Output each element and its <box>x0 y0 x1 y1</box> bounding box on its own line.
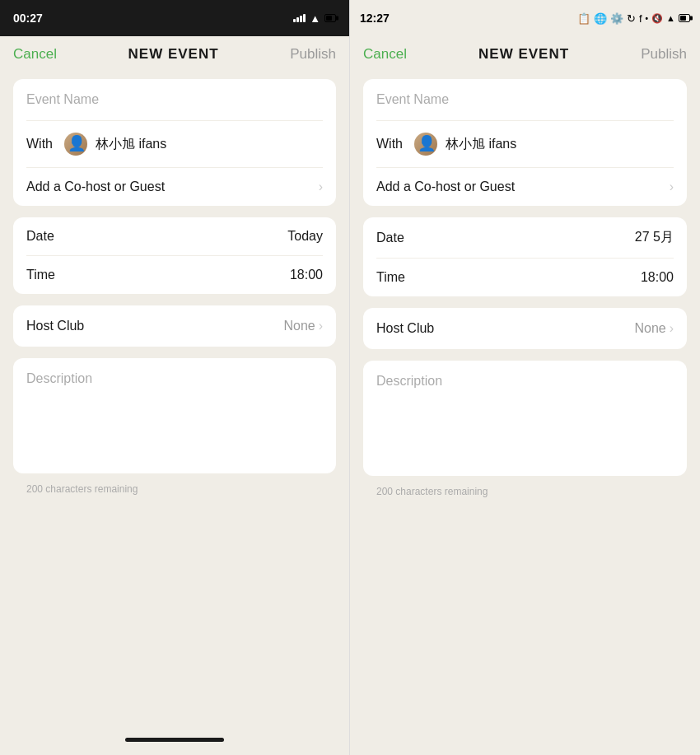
left-host-club-card[interactable]: Host Club None › <box>13 305 336 347</box>
phone-left: 00:27 ▲ Cancel NEW EVENT Publish Event N… <box>0 0 350 755</box>
right-host-club-label: Host Club <box>376 321 434 336</box>
left-cancel-button[interactable]: Cancel <box>13 46 57 63</box>
right-event-name-input[interactable]: Event Name <box>363 79 687 120</box>
right-content: Event Name With 林小旭 ifans Add a Co-host … <box>350 72 700 755</box>
right-description-placeholder: Description <box>376 374 674 389</box>
left-event-name-input[interactable]: Event Name <box>13 79 336 120</box>
right-mute-icon: 🔇 <box>651 13 663 24</box>
left-avatar <box>64 133 87 156</box>
right-icon-5: f <box>639 12 642 25</box>
left-cohost-row[interactable]: Add a Co-host or Guest › <box>13 168 336 206</box>
right-avatar <box>414 133 437 156</box>
right-with-row: With 林小旭 ifans <box>363 121 687 167</box>
wifi-icon: ▲ <box>310 12 320 25</box>
left-cohost-chevron: › <box>319 179 323 194</box>
right-host-club-row: Host Club None › <box>363 308 687 349</box>
left-time-value: 18:00 <box>290 268 323 282</box>
left-event-card: Event Name With 林小旭 ifans Add a Co-host … <box>13 79 336 206</box>
left-content: Event Name With 林小旭 ifans Add a Co-host … <box>0 72 349 731</box>
right-time-label: Time <box>376 270 405 285</box>
left-nav-bar: Cancel NEW EVENT Publish <box>0 36 349 72</box>
left-status-icons: ▲ <box>293 12 336 25</box>
left-char-count: 200 characters remaining <box>13 480 336 501</box>
right-wifi-icon: ▲ <box>666 13 675 23</box>
left-page-title: NEW EVENT <box>128 46 219 63</box>
left-publish-button[interactable]: Publish <box>290 46 336 63</box>
left-host-club-value: None › <box>283 319 323 333</box>
left-description-placeholder: Description <box>26 371 323 386</box>
right-date-value: 27 5月 <box>635 229 674 246</box>
left-description-card[interactable]: Description <box>13 358 336 473</box>
left-user-name: 林小旭 ifans <box>96 136 166 153</box>
right-time-row[interactable]: Time 18:00 <box>363 259 687 296</box>
right-date-row[interactable]: Date 27 5月 <box>363 217 687 258</box>
left-datetime-card: Date Today Time 18:00 <box>13 217 336 294</box>
right-datetime-card: Date 27 5月 Time 18:00 <box>363 217 687 296</box>
right-dot-icon: • <box>646 14 649 23</box>
left-with-label: With <box>26 137 53 151</box>
right-status-icons: 📋 🌐 ⚙️ ↻ f • 🔇 ▲ <box>577 12 690 25</box>
left-with-row: With 林小旭 ifans <box>13 121 336 167</box>
right-user-name: 林小旭 ifans <box>446 136 516 153</box>
right-host-club-value: None › <box>634 321 674 336</box>
phone-right: 12:27 📋 🌐 ⚙️ ↻ f • 🔇 ▲ Cancel NEW EVENT … <box>350 0 700 755</box>
left-time-label: Time <box>26 268 55 282</box>
right-cohost-chevron: › <box>670 179 674 194</box>
left-time-row[interactable]: Time 18:00 <box>13 256 336 294</box>
status-bar-left: 00:27 ▲ <box>0 0 349 36</box>
right-cohost-label: Add a Co-host or Guest <box>376 179 515 194</box>
right-cancel-button[interactable]: Cancel <box>363 46 407 63</box>
left-home-bar <box>125 738 224 742</box>
right-host-club-none: None <box>634 321 665 336</box>
left-date-label: Date <box>26 229 54 244</box>
right-char-count: 200 characters remaining <box>363 482 687 504</box>
right-time: 12:27 <box>360 12 390 25</box>
left-cohost-label: Add a Co-host or Guest <box>26 179 165 194</box>
right-icon-2: 🌐 <box>594 12 607 25</box>
signal-icon <box>293 14 306 22</box>
right-host-club-chevron: › <box>670 321 674 336</box>
right-icon-4: ↻ <box>627 12 636 25</box>
right-icon-3: ⚙️ <box>610 12 623 25</box>
left-home-indicator <box>0 731 349 755</box>
right-time-value: 18:00 <box>641 270 674 285</box>
left-host-club-chevron: › <box>319 319 323 333</box>
left-date-value: Today <box>287 229 323 244</box>
right-icon-1: 📋 <box>577 12 590 25</box>
right-page-title: NEW EVENT <box>478 46 569 63</box>
left-host-club-none: None <box>283 319 315 333</box>
battery-icon <box>324 14 336 22</box>
right-description-card[interactable]: Description <box>363 361 687 476</box>
right-publish-button[interactable]: Publish <box>641 46 687 63</box>
left-host-club-row: Host Club None › <box>13 305 336 347</box>
right-host-club-card[interactable]: Host Club None › <box>363 308 687 349</box>
right-with-label: With <box>376 137 403 151</box>
right-date-label: Date <box>376 231 404 245</box>
left-time: 00:27 <box>13 12 43 25</box>
right-battery-icon <box>679 14 690 22</box>
status-bar-right: 12:27 📋 🌐 ⚙️ ↻ f • 🔇 ▲ <box>350 0 700 36</box>
left-host-club-label: Host Club <box>26 319 84 333</box>
left-date-row[interactable]: Date Today <box>13 217 336 255</box>
right-nav-bar: Cancel NEW EVENT Publish <box>350 36 700 72</box>
right-cohost-row[interactable]: Add a Co-host or Guest › <box>363 168 687 206</box>
right-event-card: Event Name With 林小旭 ifans Add a Co-host … <box>363 79 687 206</box>
